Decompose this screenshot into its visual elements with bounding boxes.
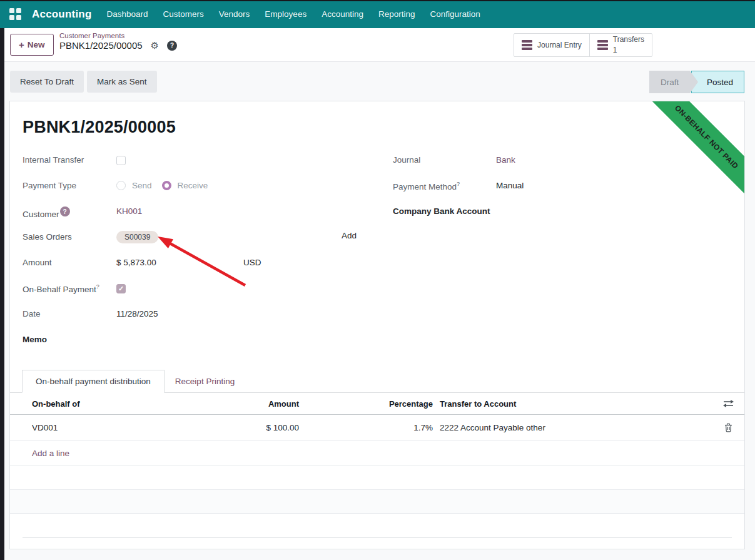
date-label: Date xyxy=(23,308,116,318)
amount-value[interactable]: $ 5,873.00 xyxy=(116,258,243,267)
journal-entry-button[interactable]: Journal Entry xyxy=(514,34,589,56)
apps-grid-icon[interactable] xyxy=(9,8,21,20)
mark-as-sent-button[interactable]: Mark as Sent xyxy=(87,71,157,93)
transfers-count: 1 xyxy=(613,46,617,54)
state-draft[interactable]: Draft xyxy=(649,71,698,93)
table-row[interactable]: VD001 $ 100.00 1.7% 2222 Account Payable… xyxy=(10,415,744,440)
field-customer: Customer? KH001 xyxy=(23,205,362,220)
col-header-on-behalf-of[interactable]: On-behalf of xyxy=(10,399,210,409)
sales-order-tag[interactable]: S00039 xyxy=(116,231,158,243)
field-payment-type: Payment Type Send Receive xyxy=(23,180,362,195)
customer-value-link[interactable]: KH001 xyxy=(116,205,142,216)
payment-method-label: Payment Method? xyxy=(393,180,496,191)
col-header-amount[interactable]: Amount xyxy=(210,399,299,409)
col-header-transfer-to-account[interactable]: Transfer to Account xyxy=(433,399,712,409)
breadcrumb: Customer Payments PBNK1/2025/00005 ⚙ ? xyxy=(59,32,177,51)
field-payment-method: Payment Method? Manual xyxy=(393,180,732,195)
row-percentage[interactable]: 1.7% xyxy=(299,423,433,432)
empty-row xyxy=(10,466,744,490)
nav-item-accounting[interactable]: Accounting xyxy=(322,9,363,19)
smart-button-box: Journal Entry Transfers 1 xyxy=(514,33,652,57)
journal-label: Journal xyxy=(393,154,496,165)
notebook-tabs: On-behalf payment distribution Receipt P… xyxy=(10,369,744,393)
field-on-behalf-payment: On-Behalf Payment? ✓ xyxy=(23,282,362,297)
reset-to-draft-button[interactable]: Reset To Draft xyxy=(10,71,84,93)
nav-item-employees[interactable]: Employees xyxy=(265,9,307,19)
add-line-row: Add a line xyxy=(10,440,744,466)
form-sheet: ON-BEHALF NOT PAID PBNK1/2025/00005 Inte… xyxy=(9,101,745,549)
payment-method-value: Manual xyxy=(496,180,524,190)
payment-type-receive-radio[interactable] xyxy=(162,181,171,190)
col-header-percentage[interactable]: Percentage xyxy=(299,399,433,409)
row-on-behalf-of-link[interactable]: VD001 xyxy=(10,423,210,432)
nav-item-reporting[interactable]: Reporting xyxy=(378,9,415,19)
field-company-bank-account: Company Bank Account xyxy=(393,205,732,220)
payment-type-receive-label: Receive xyxy=(178,181,208,190)
breadcrumb-current: PBNK1/2025/00005 xyxy=(59,40,143,51)
currency-label: USD xyxy=(243,258,261,267)
payment-type-send-label: Send xyxy=(132,181,152,190)
journal-entry-bars-icon xyxy=(522,40,532,50)
amount-label: Amount xyxy=(23,257,116,267)
breadcrumb-parent-link[interactable]: Customer Payments xyxy=(59,32,177,39)
journal-value-link[interactable]: Bank xyxy=(496,154,515,165)
transfers-button[interactable]: Transfers 1 xyxy=(589,34,652,56)
field-date: Date 11/28/2025 xyxy=(23,308,362,323)
field-journal: Journal Bank xyxy=(393,154,732,169)
gear-icon[interactable]: ⚙ xyxy=(151,41,159,50)
date-value[interactable]: 11/28/2025 xyxy=(116,308,158,318)
transfers-bars-icon xyxy=(597,40,608,50)
field-memo: Memo xyxy=(23,333,362,349)
control-panel: + New Customer Payments PBNK1/2025/00005… xyxy=(0,28,755,62)
table-header-row: On-behalf of Amount Percentage Transfer … xyxy=(10,393,744,415)
plus-icon: + xyxy=(19,39,24,50)
window-left-edge xyxy=(0,28,4,560)
top-navbar: Accounting Dashboard Customers Vendors E… xyxy=(0,0,755,28)
add-a-line-link[interactable]: Add a line xyxy=(10,449,69,458)
empty-row xyxy=(10,490,744,514)
help-icon[interactable]: ? xyxy=(167,41,177,51)
nav-item-configuration[interactable]: Configuration xyxy=(430,9,480,19)
page: Accounting Dashboard Customers Vendors E… xyxy=(0,0,755,560)
nav-item-dashboard[interactable]: Dashboard xyxy=(107,9,148,19)
form-status-bar: Reset To Draft Mark as Sent Draft Posted xyxy=(0,62,755,101)
memo-label: Memo xyxy=(23,333,116,344)
trash-icon[interactable] xyxy=(712,423,744,432)
journal-entry-label: Journal Entry xyxy=(537,41,582,49)
nav-item-customers[interactable]: Customers xyxy=(163,9,204,19)
customer-question-badge-icon[interactable]: ? xyxy=(60,206,70,216)
field-internal-transfer: Internal Transfer xyxy=(23,154,362,169)
payment-type-label: Payment Type xyxy=(23,180,116,190)
field-sales-orders: Sales Orders S00039 Add xyxy=(23,231,362,246)
internal-transfer-label: Internal Transfer xyxy=(23,154,116,165)
on-behalf-payment-label: On-Behalf Payment? xyxy=(23,282,116,294)
statusbar-states: Draft Posted xyxy=(649,71,744,93)
empty-block xyxy=(10,514,744,549)
company-bank-account-label: Company Bank Account xyxy=(393,205,496,216)
field-amount: Amount $ 5,873.00USD xyxy=(23,257,362,272)
row-transfer-to-account[interactable]: 2222 Account Payable other xyxy=(433,423,712,432)
on-behalf-payment-checkbox[interactable]: ✓ xyxy=(116,284,126,293)
new-button-label: New xyxy=(28,40,45,49)
sales-orders-add-button[interactable]: Add xyxy=(342,231,357,240)
distribution-table: On-behalf of Amount Percentage Transfer … xyxy=(10,393,744,549)
section-divider xyxy=(23,537,732,538)
customer-label: Customer? xyxy=(23,205,116,219)
internal-transfer-checkbox[interactable] xyxy=(116,156,126,165)
tab-on-behalf-payment-distribution[interactable]: On-behalf payment distribution xyxy=(22,370,165,393)
sales-orders-label: Sales Orders xyxy=(23,231,116,242)
state-posted[interactable]: Posted xyxy=(691,71,744,93)
nav-item-vendors[interactable]: Vendors xyxy=(219,9,250,19)
tab-receipt-printing[interactable]: Receipt Printing xyxy=(165,370,245,392)
payment-type-send-radio[interactable] xyxy=(116,181,126,190)
new-button[interactable]: + New xyxy=(10,34,54,56)
row-amount[interactable]: $ 100.00 xyxy=(210,423,299,432)
payment-title: PBNK1/2025/00005 xyxy=(23,118,744,137)
transfers-label: Transfers xyxy=(613,35,644,44)
app-name[interactable]: Accounting xyxy=(32,8,92,21)
field-group: Internal Transfer Payment Type Send Rece… xyxy=(23,154,732,359)
optional-columns-icon[interactable] xyxy=(712,399,744,408)
window-top-edge xyxy=(0,0,755,1)
